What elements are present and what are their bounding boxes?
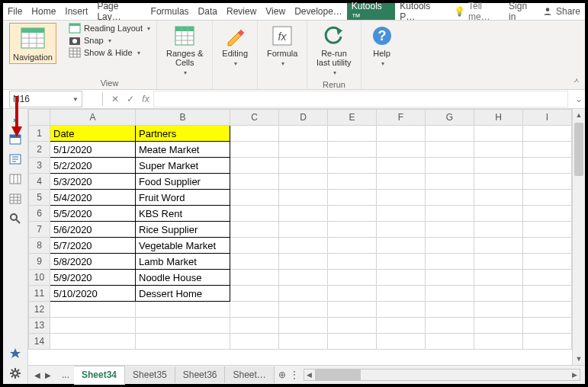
cell[interactable]: 5/1/2020	[50, 142, 136, 158]
tab-view[interactable]: View	[261, 3, 290, 20]
table-row[interactable]: 13	[29, 318, 572, 334]
reading-layout-button[interactable]: Reading Layout	[69, 23, 150, 34]
cell[interactable]: Partners	[136, 126, 230, 142]
col-header-D[interactable]: D	[279, 110, 328, 126]
row-header[interactable]: 13	[29, 318, 50, 334]
select-all-cell[interactable]	[29, 110, 50, 126]
tab-pagelayout[interactable]: Page Lay…	[92, 3, 146, 20]
table-row[interactable]: 95/8/2020Lamb Market	[29, 254, 572, 270]
table-row[interactable]: 55/4/2020Fruit Word	[29, 190, 572, 206]
ranges-cells-button[interactable]: Ranges & Cells	[163, 23, 206, 79]
row-header[interactable]: 3	[29, 158, 50, 174]
col-header-H[interactable]: H	[474, 110, 523, 126]
sheet-nav-prev[interactable]: ◀	[34, 371, 40, 379]
workbook-pane-icon[interactable]	[8, 133, 22, 146]
column-headers[interactable]: A B C D E F G H I	[29, 110, 572, 126]
rerun-button[interactable]: Re-run last utility	[313, 23, 354, 79]
cell[interactable]: 5/7/2020	[50, 238, 136, 254]
table-row[interactable]: 45/3/2020Food Supplier	[29, 174, 572, 190]
share-button[interactable]: Share	[538, 3, 585, 20]
navigation-button[interactable]: Navigation	[9, 23, 56, 64]
row-header[interactable]: 1	[29, 126, 50, 142]
cell[interactable]: Super Market	[136, 158, 230, 174]
tab-kutools[interactable]: Kutools ™	[347, 3, 395, 20]
spreadsheet-grid[interactable]: A B C D E F G H I 1DatePartners 25/1/202…	[28, 109, 572, 365]
table-row[interactable]: 25/1/2020Meate Market	[29, 142, 572, 158]
cell[interactable]: Date	[50, 126, 136, 142]
table-row[interactable]: 85/7/2020Vegetable Market	[29, 238, 572, 254]
cell[interactable]: Vegetable Market	[136, 238, 230, 254]
expand-formula-bar-button[interactable]: ⌄	[573, 94, 585, 104]
row-header[interactable]: 6	[29, 206, 50, 222]
cell[interactable]: KBS Rent	[136, 206, 230, 222]
sign-in[interactable]: Sign in	[504, 3, 538, 20]
row-header[interactable]: 7	[29, 222, 50, 238]
row-header[interactable]: 10	[29, 270, 50, 286]
tab-file[interactable]: File	[3, 3, 27, 20]
sheet-nav-next[interactable]: ▶	[45, 371, 51, 379]
autotext-pane-icon[interactable]	[8, 153, 22, 165]
cell[interactable]: Rice Supplier	[136, 222, 230, 238]
row-header[interactable]: 12	[29, 302, 50, 318]
formula-button[interactable]: fxFormula	[264, 23, 300, 70]
tab-review[interactable]: Review	[222, 3, 261, 20]
col-header-G[interactable]: G	[426, 110, 474, 126]
row-header[interactable]: 11	[29, 286, 50, 302]
snap-button[interactable]: Snap	[69, 35, 150, 46]
tab-kutools-plus[interactable]: Kutools P…	[395, 3, 449, 20]
cell[interactable]: Food Supplier	[136, 174, 230, 190]
column-pane-icon[interactable]	[8, 193, 22, 205]
tabs-splitter[interactable]: ⋮	[290, 369, 299, 380]
scroll-right-button[interactable]: ▶	[569, 371, 580, 379]
sheet-list-button[interactable]: ...	[57, 366, 74, 383]
favorites-pane-icon[interactable]	[8, 347, 22, 360]
cell[interactable]: Dessert Home	[136, 286, 230, 302]
show-hide-button[interactable]: Show & Hide	[69, 47, 150, 58]
cell[interactable]: Fruit Word	[136, 190, 230, 206]
tab-developer[interactable]: Develope…	[290, 3, 347, 20]
sheet-tab-34[interactable]: Sheet34	[74, 366, 125, 385]
settings-pane-icon[interactable]	[8, 367, 22, 379]
row-header[interactable]: 9	[29, 254, 50, 270]
tab-formulas[interactable]: Formulas	[146, 3, 194, 20]
vertical-scrollbar[interactable]: ▲ ▼	[572, 109, 585, 365]
collapse-ribbon-button[interactable]: ㅅ	[573, 75, 580, 86]
cell[interactable]: 5/10/2020	[50, 286, 136, 302]
formula-input[interactable]	[153, 91, 568, 107]
scroll-left-button[interactable]: ◀	[304, 371, 315, 379]
expand-pane-button[interactable]: »	[8, 114, 22, 126]
editing-button[interactable]: Editing	[219, 23, 251, 70]
cancel-formula-button[interactable]: ✕	[108, 94, 123, 104]
table-row[interactable]: 14	[29, 334, 572, 350]
row-header[interactable]: 5	[29, 190, 50, 206]
cell[interactable]: 5/6/2020	[50, 222, 136, 238]
row-header[interactable]: 2	[29, 142, 50, 158]
table-row[interactable]: 35/2/2020Super Market	[29, 158, 572, 174]
name-box[interactable]: N16▼	[9, 91, 82, 107]
col-header-I[interactable]: I	[523, 110, 572, 126]
table-row[interactable]: 1DatePartners	[29, 126, 572, 142]
cell[interactable]: Lamb Market	[136, 254, 230, 270]
scroll-down-button[interactable]: ▼	[573, 353, 585, 365]
row-header[interactable]: 4	[29, 174, 50, 190]
cell[interactable]: Meate Market	[136, 142, 230, 158]
tell-me[interactable]: 💡Tell me…	[449, 3, 504, 20]
cell[interactable]: 5/8/2020	[50, 254, 136, 270]
col-header-A[interactable]: A	[50, 110, 136, 126]
table-row[interactable]: 115/10/2020Dessert Home	[29, 286, 572, 302]
table-row[interactable]: 65/5/2020KBS Rent	[29, 206, 572, 222]
new-sheet-button[interactable]: ⊕	[275, 369, 290, 380]
insert-function-button[interactable]: fx	[138, 94, 153, 104]
vscroll-thumb[interactable]	[574, 123, 583, 176]
table-row[interactable]: 105/9/2020Noodle House	[29, 270, 572, 286]
cell[interactable]: 5/4/2020	[50, 190, 136, 206]
cell[interactable]: Noodle House	[136, 270, 230, 286]
col-header-F[interactable]: F	[377, 110, 426, 126]
tab-insert[interactable]: Insert	[60, 3, 92, 20]
find-pane-icon[interactable]	[8, 213, 22, 225]
hscroll-thumb[interactable]	[315, 369, 361, 380]
cell[interactable]: 5/5/2020	[50, 206, 136, 222]
row-header[interactable]: 8	[29, 238, 50, 254]
cell[interactable]: 5/3/2020	[50, 174, 136, 190]
tab-data[interactable]: Data	[194, 3, 222, 20]
